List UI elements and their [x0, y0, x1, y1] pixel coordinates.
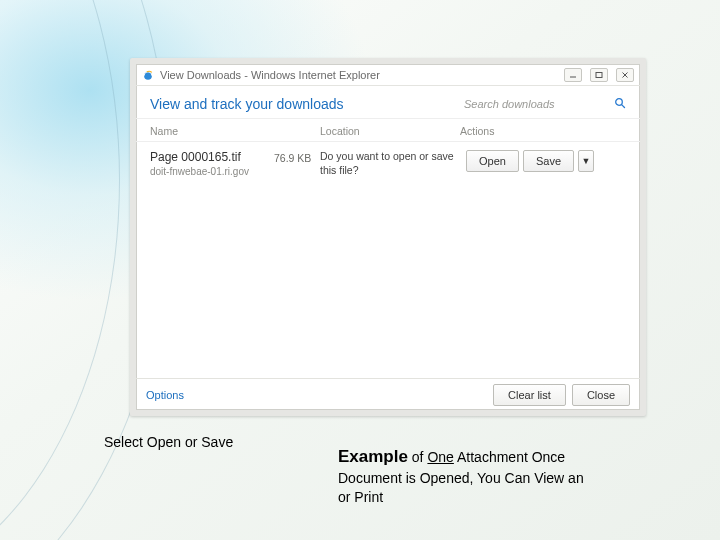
- search-icon[interactable]: [614, 97, 626, 112]
- caption-left: Select Open or Save: [104, 434, 233, 450]
- window-title: View Downloads - Windows Internet Explor…: [160, 69, 380, 81]
- caption-example: Example: [338, 447, 408, 466]
- column-headers: Name Location Actions: [136, 118, 640, 142]
- maximize-button[interactable]: [590, 68, 608, 82]
- download-name-cell: Page 0000165.tif doit-fnwebae-01.ri.gov: [150, 150, 274, 177]
- chevron-down-icon: ▼: [582, 156, 591, 166]
- clear-list-button[interactable]: Clear list: [493, 384, 566, 406]
- ie-icon: [142, 69, 154, 81]
- download-filename: Page 0000165.tif: [150, 150, 274, 164]
- save-dropdown-button[interactable]: ▼: [578, 150, 594, 172]
- svg-rect-2: [596, 72, 602, 77]
- empty-area: [136, 183, 640, 378]
- search-placeholder: Search downloads: [464, 98, 574, 110]
- minimize-button[interactable]: [564, 68, 582, 82]
- caption-one: One: [427, 449, 453, 465]
- titlebar: View Downloads - Windows Internet Explor…: [136, 64, 640, 86]
- caption-of: of: [408, 449, 427, 465]
- open-button[interactable]: Open: [466, 150, 519, 172]
- col-name: Name: [150, 125, 320, 137]
- close-window-button[interactable]: [616, 68, 634, 82]
- col-location: Location: [320, 125, 460, 137]
- download-size: 76.9 KB: [274, 150, 320, 164]
- search-box[interactable]: Search downloads: [464, 97, 626, 112]
- download-row: Page 0000165.tif doit-fnwebae-01.ri.gov …: [136, 142, 640, 183]
- options-link[interactable]: Options: [146, 389, 184, 401]
- svg-line-6: [622, 104, 625, 107]
- col-actions: Actions: [460, 125, 626, 137]
- caption-right: Example of One Attachment Once Document …: [338, 446, 598, 507]
- dialog-footer: Options Clear list Close: [136, 378, 640, 410]
- downloads-dialog: View Downloads - Windows Internet Explor…: [130, 58, 646, 416]
- download-prompt: Do you want to open or save this file?: [320, 150, 460, 177]
- close-button[interactable]: Close: [572, 384, 630, 406]
- dialog-header: View and track your downloads Search dow…: [136, 86, 640, 118]
- download-actions: Open Save ▼: [460, 150, 626, 172]
- save-button[interactable]: Save: [523, 150, 574, 172]
- download-source: doit-fnwebae-01.ri.gov: [150, 166, 274, 177]
- page-title: View and track your downloads: [150, 96, 344, 112]
